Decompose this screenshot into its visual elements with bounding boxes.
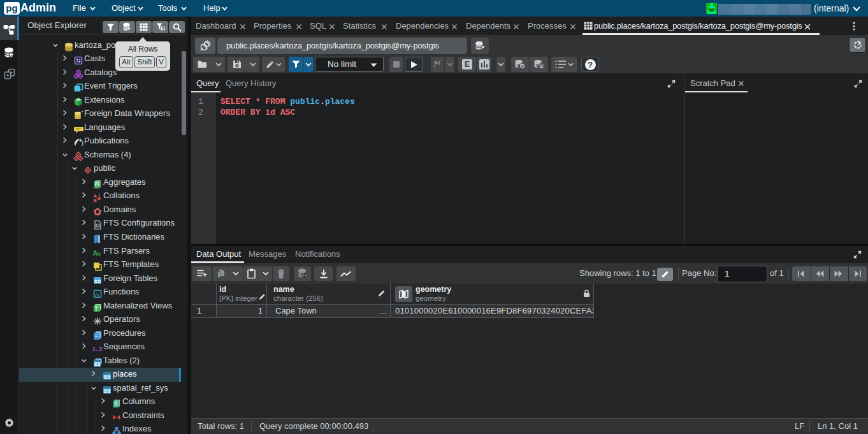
svg-text:fx: fx <box>96 291 100 298</box>
svg-text:a: a <box>98 250 101 257</box>
svg-text:1..3: 1..3 <box>92 346 102 352</box>
